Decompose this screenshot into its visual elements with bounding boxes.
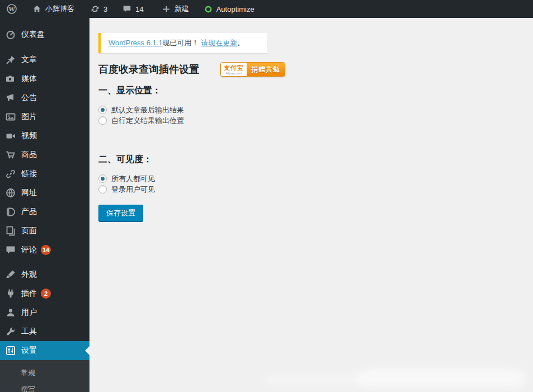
sidebar-item-announcements[interactable]: 公告 [0,88,89,107]
sidebar-item-posts[interactable]: 文章 [0,50,89,69]
plus-icon [162,4,171,14]
sidebar-item-urls[interactable]: 网址 [0,183,89,202]
product-icon [5,206,16,218]
submenu-item-general[interactable]: 常规 [0,365,89,381]
plugins-count-badge: 2 [41,289,51,299]
comment-icon [122,4,132,14]
notice-text: 现已可用！ [163,39,199,47]
autoptimize-menu[interactable]: Autoptimize [199,0,260,18]
radio-button[interactable] [98,106,107,114]
wp-logo-menu[interactable]: W [1,0,22,18]
settings-icon [5,345,16,356]
alipay-logo: 支付宝 Alipay.com [221,63,247,76]
menu-separator [0,44,89,50]
sidebar-item-label: 设置 [21,346,37,356]
radio-button[interactable] [98,174,107,183]
sidebar-item-plugins[interactable]: 插件 2 [0,284,89,303]
comments-menu[interactable]: 14 [117,0,148,18]
sidebar-item-images[interactable]: 图片 [0,107,89,126]
image-icon [5,111,16,122]
sidebar-item-label: 产品 [21,207,37,217]
sidebar-item-videos[interactable]: 视频 [0,126,89,145]
site-name: 小辉博客 [45,4,74,14]
comments-count: 14 [135,5,143,13]
sidebar-item-media[interactable]: 媒体 [0,69,89,88]
wordpress-logo-icon: W [6,3,17,15]
updates-menu[interactable]: 3 [85,0,112,18]
svg-text:W: W [8,6,15,12]
option-label: 所有人都可见 [111,174,155,184]
new-content-menu[interactable]: 新建 [157,0,194,18]
sidebar-item-label: 图片 [21,112,37,122]
submenu-item-writing[interactable]: 撰写 [0,381,89,392]
comments-count-badge: 14 [41,245,51,255]
radio-button[interactable] [98,116,107,125]
tools-icon [5,326,16,337]
pages-icon [5,225,16,237]
radio-option-default-output[interactable]: 默认文章最后输出结果 [98,105,522,115]
donate-label: 捐赠共勉 [247,63,285,76]
radio-button[interactable] [98,185,107,193]
update-notice: WordPress 6.1.1现已可用！ 请现在更新。 [98,33,267,53]
site-menu[interactable]: 小辉博客 [27,0,79,18]
sidebar-item-label: 页面 [21,226,37,236]
radio-option-custom-output[interactable]: 自行定义结果输出位置 [98,115,522,126]
video-icon [5,130,16,141]
cart-icon [5,149,16,160]
sidebar-item-users[interactable]: 用户 [0,303,89,322]
visibility-options: 所有人都可见 登录用户可见 [98,173,522,195]
home-icon [32,4,42,14]
update-icon [90,4,100,14]
main-content: WordPress 6.1.1现已可用！ 请现在更新。 百度收录查询插件设置 支… [89,18,533,392]
wordpress-version-link[interactable]: WordPress 6.1.1 [109,39,163,47]
autoptimize-label: Autoptimize [216,5,254,13]
menu-separator [0,259,89,265]
radio-option-loggedin-visible[interactable]: 登录用户可见 [98,184,522,195]
display-position-options: 默认文章最后输出结果 自行定义结果输出位置 [98,105,522,126]
dashboard-icon [5,29,16,40]
sidebar-item-dashboard[interactable]: 仪表盘 [0,25,89,44]
sidebar-item-label: 视频 [21,131,37,141]
option-label: 默认文章最后输出结果 [111,105,184,115]
page-title: 百度收录查询插件设置 [98,62,199,77]
visibility-heading: 二、可见度： [98,154,522,166]
sidebar-item-goods[interactable]: 商品 [0,145,89,164]
sidebar-item-settings[interactable]: 设置 [0,341,89,360]
sidebar-item-appearance[interactable]: 外观 [0,265,89,284]
sidebar-item-label: 用户 [21,308,37,318]
watermark-smudge [265,375,365,384]
watermark-smudge [357,370,525,388]
posts-icon [5,54,16,65]
sidebar-item-label: 链接 [21,169,37,179]
link-icon [5,168,16,180]
notice-punct: 。 [237,39,244,47]
media-icon [5,73,16,84]
plugins-icon [5,288,16,299]
sidebar-item-comments[interactable]: 评论 14 [0,240,89,259]
autoptimize-icon [204,4,213,14]
sidebar-item-label: 公告 [21,93,37,103]
radio-option-everyone-visible[interactable]: 所有人都可见 [98,173,522,184]
sidebar-item-links[interactable]: 链接 [0,164,89,183]
users-icon [5,307,16,318]
option-label: 自行定义结果输出位置 [111,116,184,126]
sidebar-item-label: 插件 [21,289,37,299]
sidebar-item-pages[interactable]: 页面 [0,221,89,240]
globe-icon [5,187,16,199]
comments-icon [5,244,16,256]
sidebar-item-label: 仪表盘 [21,30,45,40]
new-label: 新建 [174,4,189,14]
sidebar-item-label: 外观 [21,270,37,280]
sidebar-item-label: 媒体 [21,74,37,84]
update-now-link[interactable]: 请现在更新 [201,39,237,47]
sidebar-item-tools[interactable]: 工具 [0,322,89,341]
admin-sidebar: 仪表盘 文章 媒体 公告 图片 视频 商品 链接 网址 产品 页面 [0,18,89,392]
sidebar-item-label: 文章 [21,55,37,65]
appearance-icon [5,269,16,280]
alipay-donate-button[interactable]: 支付宝 Alipay.com 捐赠共勉 [220,62,285,77]
save-settings-button[interactable]: 保存设置 [98,205,143,221]
sidebar-item-label: 评论 [21,245,37,255]
sidebar-item-products[interactable]: 产品 [0,202,89,221]
settings-submenu: 常规 撰写 [0,360,89,392]
sidebar-item-label: 网址 [21,188,37,198]
